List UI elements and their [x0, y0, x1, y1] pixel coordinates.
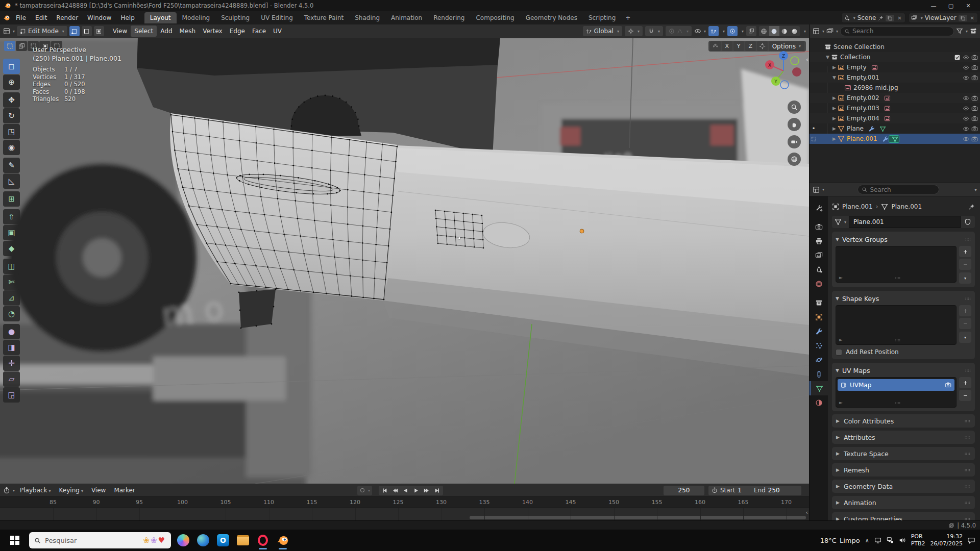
disclosure-arrow[interactable]: ▶ [831, 116, 838, 121]
pan-button[interactable] [788, 118, 801, 131]
properties-tab-scene[interactable] [810, 262, 828, 277]
new-viewlayer-button[interactable] [959, 15, 967, 21]
tray-overflow-chevron[interactable]: ∧ [865, 537, 869, 544]
disclosure-arrow[interactable]: ▶ [831, 65, 838, 70]
grip-icon[interactable] [965, 236, 971, 243]
select-extend-button[interactable] [16, 41, 27, 51]
mesh-data-dropdown[interactable]: ▾ [832, 216, 849, 228]
disclosure-arrow[interactable]: ▼ [824, 55, 831, 60]
tool-select-box[interactable]: ◻ [3, 59, 20, 74]
chevron-down-icon[interactable]: ▼ [836, 296, 839, 301]
list-expand-icon[interactable]: ► [839, 275, 843, 281]
blender-menu-icon[interactable] [3, 14, 10, 21]
tool-poly-build[interactable]: ⊿ [3, 290, 20, 306]
viewport-menu-face[interactable]: Face [249, 26, 270, 37]
start-button[interactable] [5, 531, 24, 550]
eye-toggle[interactable] [963, 115, 969, 122]
properties-tab-tool[interactable] [810, 201, 828, 215]
panel-attributes[interactable]: ▶Attributes [832, 431, 975, 444]
panel-geometry-data[interactable]: ▶Geometry Data [832, 480, 975, 493]
properties-tab-material[interactable] [810, 395, 828, 410]
shape-key-specials-button[interactable]: ▾ [959, 332, 971, 343]
zoom-button[interactable] [788, 101, 801, 114]
disclosure-arrow[interactable]: ▶ [831, 126, 838, 131]
region-collapse-chevron[interactable]: ‹ [806, 56, 808, 63]
select-set-button[interactable] [4, 41, 15, 51]
face-select-mode-button[interactable] [94, 26, 104, 36]
frame-range-fields[interactable]: Start 1 End 250 [708, 486, 801, 495]
properties-tab-view-layer[interactable] [810, 248, 828, 262]
camera-toggle[interactable] [971, 64, 978, 71]
new-scene-button[interactable] [886, 15, 894, 21]
tool-cursor[interactable]: ⊕ [3, 74, 20, 90]
grip-icon[interactable] [965, 295, 971, 302]
grip-icon[interactable] [895, 275, 901, 281]
timeline-menu-keying[interactable]: Keying▾ [55, 485, 87, 495]
camera-toggle[interactable] [971, 74, 978, 81]
vertex-group-specials-button[interactable]: ▾ [959, 272, 971, 284]
navigation-gizmo[interactable]: Z X Y [763, 49, 804, 90]
next-keyframe-button[interactable] [422, 486, 432, 495]
mesh-name-field[interactable]: Plane.001 [849, 216, 961, 228]
grip-icon[interactable] [895, 400, 901, 406]
workspace-tab-layout[interactable]: Layout [144, 12, 177, 23]
snapping-controls[interactable]: ▾ [645, 26, 663, 36]
tool-bevel[interactable]: ◆ [3, 241, 20, 256]
vertex-groups-list[interactable]: ► [836, 246, 957, 283]
scene-selector[interactable]: ▾ Scene ✕ [841, 13, 905, 23]
perspective-toggle-button[interactable] [788, 153, 801, 166]
tool-knife[interactable]: ✄ [3, 274, 20, 290]
end-value[interactable]: 250 [768, 487, 780, 494]
menu-edit[interactable]: Edit [31, 13, 52, 23]
outliner-row-empty-003[interactable]: ▶Empty.003 [810, 103, 980, 113]
workspace-tab-compositing[interactable]: Compositing [470, 12, 520, 23]
eye-toggle[interactable] [963, 64, 969, 71]
edge-select-mode-button[interactable] [82, 26, 92, 36]
camera-toggle[interactable] [971, 136, 978, 142]
taskbar-app-copilot[interactable] [176, 531, 191, 550]
properties-search-input[interactable]: Search [857, 185, 939, 194]
checkbox-toggle[interactable] [954, 54, 961, 61]
new-collection-button[interactable] [970, 28, 977, 35]
auto-keying-button[interactable]: ▾ [357, 486, 372, 495]
tool-add-cube[interactable]: ⊞ [3, 191, 20, 207]
add-rest-position-checkbox[interactable] [836, 349, 842, 356]
outliner-row-26986-mid-jpg[interactable]: 26986-mid.jpg [810, 83, 980, 93]
tool-scale[interactable]: ◳ [3, 124, 20, 139]
workspace-tab-texture-paint[interactable]: Texture Paint [299, 12, 349, 23]
add-workspace-button[interactable]: + [621, 13, 634, 22]
properties-tab-object[interactable] [810, 310, 828, 324]
camera-toggle[interactable] [971, 95, 978, 102]
grip-icon[interactable] [965, 367, 971, 374]
remove-uv-map-button[interactable] [959, 390, 971, 401]
menu-render[interactable]: Render [52, 13, 83, 23]
add-shape-key-button[interactable] [959, 305, 971, 316]
viewport-menu-edge[interactable]: Edge [226, 26, 249, 37]
mode-selector[interactable]: Edit Mode▾ [17, 26, 67, 36]
proportional-editing[interactable]: ▾ [666, 26, 692, 36]
viewport-menu-vertex[interactable]: Vertex [199, 26, 226, 37]
overlays-toggle[interactable] [727, 26, 738, 36]
tool-measure[interactable]: ◺ [3, 173, 20, 189]
breadcrumb-object[interactable]: Plane.001 [842, 203, 873, 210]
timeline-menu-playback[interactable]: Playback▾ [16, 485, 55, 495]
pin-icon[interactable] [968, 204, 975, 210]
timeline-scrollbar[interactable] [470, 516, 806, 519]
properties-tab-render[interactable] [810, 219, 828, 234]
outliner-row-plane[interactable]: •▶Plane [810, 123, 980, 134]
properties-tab-modifiers[interactable] [810, 324, 828, 338]
remove-vertex-group-button[interactable] [959, 259, 971, 270]
camera-toggle[interactable] [971, 105, 978, 112]
tool-transform[interactable]: ◉ [3, 140, 20, 155]
material-preview-button[interactable] [779, 26, 790, 36]
mirror-x-button[interactable]: X [722, 41, 732, 51]
outliner-row-plane-001[interactable]: ▶Plane.001 [810, 134, 980, 144]
workspace-tab-scripting[interactable]: Scripting [583, 12, 621, 23]
tool-extrude-region[interactable]: ⇧ [3, 209, 20, 224]
xray-toggle[interactable] [746, 26, 756, 36]
viewport-menu-select[interactable]: Select [131, 26, 157, 37]
play-reverse-button[interactable] [400, 486, 411, 495]
remove-shape-key-button[interactable] [959, 318, 971, 329]
panel-texture-space[interactable]: ▶Texture Space [832, 447, 975, 460]
outliner-row-empty-001[interactable]: ▼Empty.001 [810, 72, 980, 83]
